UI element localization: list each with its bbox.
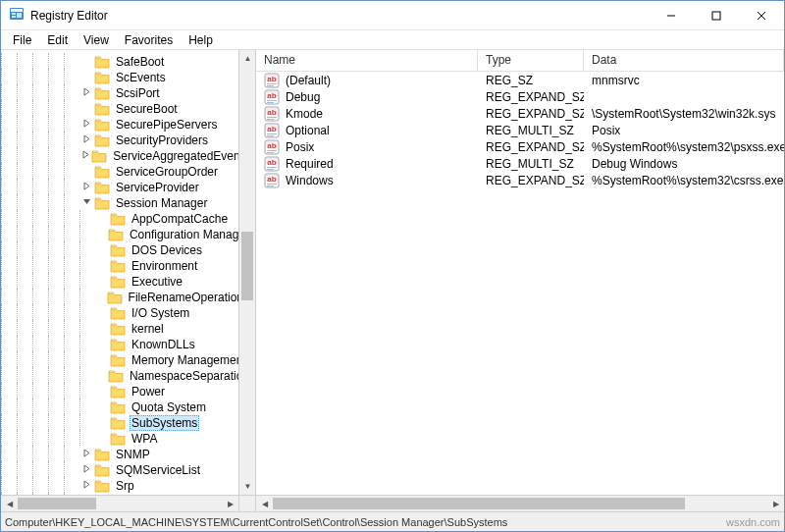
svg-rect-37 <box>267 167 277 168</box>
menu-edit[interactable]: Edit <box>39 31 76 49</box>
tree-item-label[interactable]: Power <box>130 385 167 399</box>
tree-item-label[interactable]: ScsiPort <box>114 86 162 100</box>
tree-expander-icon[interactable] <box>79 180 94 195</box>
menu-favorites[interactable]: Favorites <box>117 31 181 49</box>
list-body[interactable]: ab(Default)REG_SZmnmsrvcabDebugREG_EXPAN… <box>256 72 784 495</box>
tree-item-label[interactable]: kernel <box>130 322 166 336</box>
tree-item-label[interactable]: AppCompatCache <box>130 212 230 226</box>
tree-item-label[interactable]: ServiceProvider <box>114 181 201 194</box>
tree-item-label[interactable]: Environment <box>130 259 199 273</box>
tree-item-label[interactable]: Executive <box>130 275 184 289</box>
tree-horizontal-scrollbar[interactable]: ◀ ▶ <box>1 495 238 511</box>
registry-tree[interactable]: SafeBootScEventsScsiPortSecureBootSecure… <box>1 54 255 511</box>
list-row[interactable]: abDebugREG_EXPAND_SZ <box>256 88 784 105</box>
list-row[interactable]: abKmodeREG_EXPAND_SZ\SystemRoot\System32… <box>256 105 784 122</box>
folder-icon <box>110 306 126 320</box>
folder-icon <box>94 479 110 493</box>
folder-icon <box>110 259 126 273</box>
tree-item-label[interactable]: DOS Devices <box>130 243 204 257</box>
menu-help[interactable]: Help <box>181 31 221 49</box>
cell-name[interactable]: abDebug <box>256 89 478 105</box>
cell-name[interactable]: abOptional <box>256 123 478 138</box>
tree-item-label[interactable]: WPA <box>130 432 159 446</box>
list-horizontal-scrollbar[interactable]: ◀ ▶ <box>256 495 784 511</box>
cell-data: %SystemRoot%\system32\psxss.exe <box>584 140 784 154</box>
list-row[interactable]: abPosixREG_EXPAND_SZ%SystemRoot%\system3… <box>256 138 784 155</box>
list-header[interactable]: Name Type Data <box>256 50 784 72</box>
close-button[interactable] <box>739 1 784 29</box>
value-name: Kmode <box>286 107 323 121</box>
cell-name[interactable]: ab(Default) <box>256 73 478 88</box>
list-row[interactable]: ab(Default)REG_SZmnmsrvc <box>256 72 784 88</box>
tree-vertical-scrollbar[interactable]: ▲ ▼ <box>238 50 255 495</box>
tree-item-label[interactable]: ScEvents <box>114 71 168 84</box>
svg-rect-13 <box>267 85 274 86</box>
tree-expander-icon[interactable] <box>79 148 91 164</box>
tree-item-label[interactable]: Configuration Manager <box>128 228 251 241</box>
tree-item-label[interactable]: Quota System <box>130 400 208 414</box>
scroll-right-button[interactable]: ▶ <box>222 496 238 511</box>
tree-item-label[interactable]: ServiceAggregatedEvents <box>111 149 251 163</box>
cell-name[interactable]: abPosix <box>256 139 478 155</box>
tree-item-label[interactable]: Session Manager <box>114 196 209 210</box>
scroll-track[interactable] <box>18 496 222 511</box>
svg-rect-32 <box>267 150 277 151</box>
scroll-left-button[interactable]: ◀ <box>1 496 18 511</box>
cell-type: REG_EXPAND_SZ <box>478 107 584 121</box>
svg-rect-33 <box>267 152 274 153</box>
cell-type: REG_MULTI_SZ <box>478 124 584 137</box>
column-header-data[interactable]: Data <box>584 50 784 71</box>
scroll-thumb[interactable] <box>241 232 253 300</box>
scroll-thumb[interactable] <box>18 498 96 509</box>
tree-item-label[interactable]: SecurityProviders <box>114 133 210 147</box>
list-row[interactable]: abWindowsREG_EXPAND_SZ%SystemRoot%\syste… <box>256 172 784 188</box>
value-name: Debug <box>286 90 320 104</box>
svg-rect-2 <box>12 13 16 15</box>
scroll-track[interactable] <box>239 67 255 478</box>
folder-icon <box>110 322 126 336</box>
scroll-thumb[interactable] <box>273 498 685 509</box>
tree-expander-icon[interactable] <box>79 447 94 462</box>
folder-icon <box>110 212 126 226</box>
cell-name[interactable]: abRequired <box>256 156 478 172</box>
menu-view[interactable]: View <box>76 31 117 49</box>
list-row[interactable]: abOptionalREG_MULTI_SZPosix <box>256 122 784 138</box>
scroll-right-button[interactable]: ▶ <box>767 496 784 511</box>
tree-item-label[interactable]: SNMP <box>114 448 152 461</box>
tree-item-label[interactable]: I/O System <box>130 306 191 320</box>
tree-expander-icon[interactable] <box>79 85 94 101</box>
minimize-button[interactable] <box>649 1 694 29</box>
scroll-left-button[interactable]: ◀ <box>256 496 273 511</box>
tree-item-label[interactable]: SQMServiceList <box>114 463 202 477</box>
tree-item-label[interactable]: SecurePipeServers <box>114 118 219 132</box>
string-value-icon: ab <box>264 156 280 172</box>
column-header-type[interactable]: Type <box>478 50 584 71</box>
tree-item-label[interactable]: Srp <box>114 479 136 493</box>
scroll-down-button[interactable]: ▼ <box>239 478 256 495</box>
svg-text:ab: ab <box>267 75 276 83</box>
tree-expander-icon[interactable] <box>79 478 94 494</box>
column-header-name[interactable]: Name <box>256 50 478 71</box>
scroll-track[interactable] <box>273 496 767 511</box>
titlebar[interactable]: Registry Editor <box>1 1 784 30</box>
cell-name[interactable]: abKmode <box>256 106 478 122</box>
cell-type: REG_MULTI_SZ <box>478 157 584 171</box>
tree-expander-icon[interactable] <box>79 462 94 478</box>
svg-rect-23 <box>267 119 274 120</box>
tree-expander-icon[interactable] <box>79 117 94 133</box>
cell-name[interactable]: abWindows <box>256 173 478 188</box>
list-row[interactable]: abRequiredREG_MULTI_SZDebug Windows <box>256 155 784 172</box>
tree-item-label[interactable]: ServiceGroupOrder <box>114 165 220 179</box>
scroll-up-button[interactable]: ▲ <box>239 50 256 67</box>
maximize-button[interactable] <box>694 1 739 29</box>
tree-item-label[interactable]: NamespaceSeparation <box>128 369 251 383</box>
tree-item-label[interactable]: Memory Management <box>130 353 248 367</box>
menu-file[interactable]: File <box>5 31 39 49</box>
tree-pane: SafeBootScEventsScsiPortSecureBootSecure… <box>1 50 256 511</box>
tree-item-label[interactable]: KnownDLLs <box>130 338 197 351</box>
tree-item-label[interactable]: SubSystems <box>130 415 199 431</box>
tree-item-label[interactable]: SafeBoot <box>114 55 166 69</box>
tree-expander-icon[interactable] <box>79 133 94 148</box>
tree-item-label[interactable]: FileRenameOperations <box>127 291 251 304</box>
tree-item-label[interactable]: SecureBoot <box>114 102 180 116</box>
